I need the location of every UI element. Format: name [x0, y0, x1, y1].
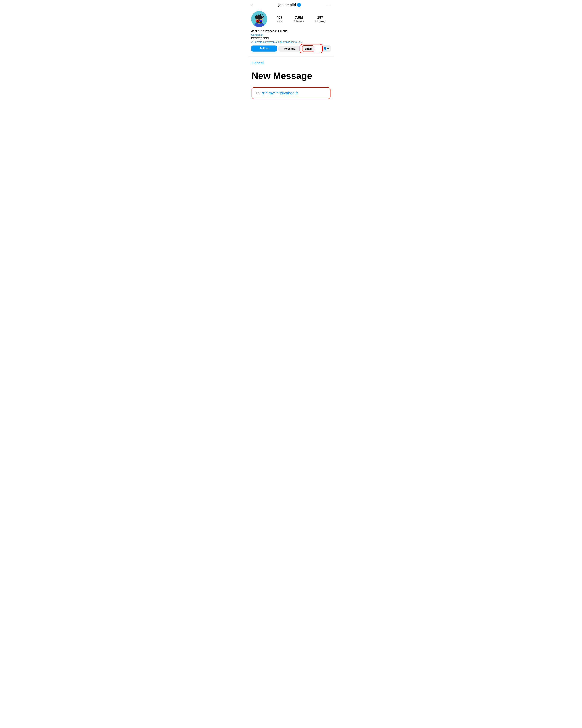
following-stat[interactable]: 197 following — [315, 16, 325, 23]
followers-stat[interactable]: 7.6M followers — [294, 16, 304, 23]
compose-title: New Message — [252, 71, 330, 81]
header-title-group: joelembiid ✓ — [278, 3, 301, 7]
email-button-wrapper: Email — [302, 45, 320, 52]
verified-badge-icon: ✓ — [297, 3, 301, 7]
profile-link[interactable]: 🔗 crypto.com/events/joel-embiid-joins-us… — [251, 40, 331, 43]
profile-section: 467 posts 7.6M followers 197 following J… — [248, 9, 334, 56]
profile-bio-text: PROCESSING — [251, 36, 331, 40]
header: ‹ joelembiid ✓ ··· — [248, 0, 334, 9]
action-buttons: Follow Message Email 👤+ — [251, 45, 331, 52]
back-button[interactable]: ‹ — [251, 2, 253, 7]
profile-name: Joel "The Process" Embiid — [251, 29, 331, 33]
svg-point-17 — [257, 20, 258, 21]
avatar-container[interactable] — [251, 11, 267, 27]
cancel-button[interactable]: Cancel — [252, 61, 263, 66]
email-button[interactable]: Email — [302, 45, 314, 52]
profile-link-text: crypto.com/events/joel-embiid-joins-us..… — [255, 40, 303, 43]
bio-section: Joel "The Process" Embiid Comedian PROCE… — [251, 29, 331, 43]
profile-top-row: 467 posts 7.6M followers 197 following — [251, 11, 331, 27]
followers-label: followers — [294, 20, 304, 23]
to-email-value: s***my****@yahoo.fr — [262, 91, 298, 96]
svg-point-19 — [259, 21, 260, 22]
header-username: joelembiid — [278, 3, 296, 7]
to-label: To: — [255, 91, 261, 96]
message-button[interactable]: Message — [278, 46, 301, 52]
svg-point-18 — [261, 20, 261, 21]
profile-category[interactable]: Comedian — [251, 33, 331, 36]
svg-point-10 — [256, 15, 263, 20]
svg-rect-14 — [259, 21, 260, 21]
compose-section: Cancel New Message To: s***my****@yahoo.… — [248, 57, 334, 103]
following-count: 197 — [317, 16, 323, 20]
follow-button[interactable]: Follow — [251, 46, 277, 52]
posts-stat[interactable]: 467 posts — [276, 16, 282, 23]
stats-container: 467 posts 7.6M followers 197 following — [271, 16, 331, 23]
add-friend-icon: 👤+ — [323, 47, 329, 50]
posts-label: posts — [276, 20, 282, 23]
more-options-button[interactable]: ··· — [327, 2, 331, 7]
to-field[interactable]: To: s***my****@yahoo.fr — [252, 87, 330, 99]
avatar-image — [251, 11, 267, 27]
posts-count: 467 — [277, 16, 282, 20]
following-label: following — [315, 20, 325, 23]
section-divider — [248, 56, 334, 57]
link-icon: 🔗 — [251, 41, 254, 43]
followers-count: 7.6M — [295, 16, 303, 20]
add-friend-button[interactable]: 👤+ — [322, 45, 331, 52]
avatar — [251, 11, 267, 27]
